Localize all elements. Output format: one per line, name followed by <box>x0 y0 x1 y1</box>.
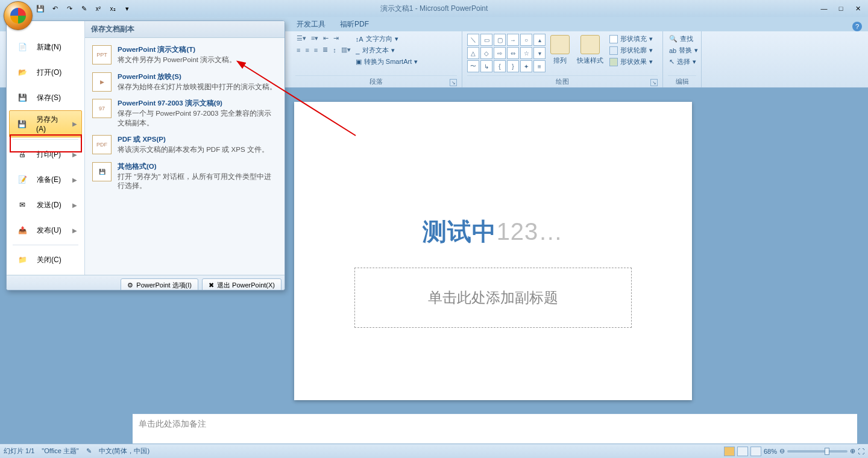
qat-subscript-icon[interactable]: x₂ <box>107 3 118 14</box>
shape-connector-icon[interactable]: ↳ <box>480 60 492 72</box>
close-button[interactable]: ✕ <box>850 3 866 14</box>
shape-arrow-icon[interactable]: → <box>507 34 519 46</box>
text-direction-button[interactable]: ↕A文字方向 ▾ <box>354 34 419 44</box>
powerpoint-options-button[interactable]: ⚙PowerPoint 选项(I) <box>121 278 198 290</box>
tab-devtools[interactable]: 开发工具 <box>289 17 333 31</box>
minimize-button[interactable]: — <box>816 3 832 14</box>
shape-effects-button[interactable]: 形状效果 ▾ <box>608 57 654 67</box>
notes-placeholder: 单击此处添加备注 <box>139 419 206 428</box>
status-language[interactable]: 中文(简体，中国) <box>99 447 149 456</box>
select-button[interactable]: ↖选择 ▾ <box>668 57 697 67</box>
decrease-indent-button[interactable]: ⇤ <box>322 34 330 43</box>
convert-smartart-button[interactable]: ▣转换为 SmartArt ▾ <box>354 57 419 67</box>
shape-double-arrow-icon[interactable]: ⇔ <box>507 47 519 59</box>
shape-effects-label: 形状效果 <box>620 57 647 66</box>
menu-close[interactable]: 📁关闭(C) <box>9 247 82 272</box>
shape-diamond-icon[interactable]: ◇ <box>480 47 492 59</box>
bullets-button[interactable]: ☰▾ <box>295 34 307 43</box>
align-center-button[interactable]: ≡ <box>304 45 310 54</box>
menu-publish[interactable]: 📤发布(U)▶ <box>9 218 82 243</box>
submenu-header: 保存文档副本 <box>85 21 285 38</box>
zoom-thumb[interactable] <box>825 448 829 455</box>
line-spacing-button[interactable]: ↕ <box>332 45 338 54</box>
exit-powerpoint-button[interactable]: ✖退出 PowerPoint(X) <box>202 278 281 290</box>
shape-brace2-icon[interactable]: } <box>507 60 519 72</box>
shape-fill-button[interactable]: 形状填充 ▾ <box>608 34 654 44</box>
group-paragraph-label: 段落 <box>370 78 383 85</box>
shape-oval-icon[interactable]: ○ <box>520 34 532 46</box>
qat-customize-icon[interactable]: ▾ <box>122 3 133 14</box>
columns-button[interactable]: ▥▾ <box>340 45 352 54</box>
shape-more-3[interactable]: ≡ <box>533 60 546 72</box>
office-button[interactable] <box>4 1 33 30</box>
shape-curve-icon[interactable]: 〜 <box>467 60 479 72</box>
qat-undo-icon[interactable]: ↶ <box>49 3 60 14</box>
qat-save-icon[interactable]: 💾 <box>35 3 46 14</box>
zoom-out-button[interactable]: ⊖ <box>779 447 785 455</box>
saveas-pdf[interactable]: PDF PDF 或 XPS(P)将该演示文稿的副本发布为 PDF 或 XPS 文… <box>90 131 280 158</box>
arrange-icon <box>550 35 570 54</box>
notes-pane[interactable]: 单击此处添加备注 <box>133 413 857 444</box>
normal-view-button[interactable] <box>724 447 735 456</box>
shape-fill-label: 形状填充 <box>620 34 647 43</box>
paragraph-dialog-launcher[interactable]: ↘ <box>450 79 457 86</box>
menu-send[interactable]: ✉发送(D)▶ <box>9 192 82 218</box>
replace-button[interactable]: ab替换 ▾ <box>668 45 699 55</box>
menu-print[interactable]: 🖨打印(P)▶ <box>9 142 82 167</box>
shape-arrowblock-icon[interactable]: ⇨ <box>494 47 506 59</box>
menu-new[interactable]: 📄新建(N) <box>9 34 82 60</box>
qat-redo-icon[interactable]: ↷ <box>64 3 75 14</box>
qat-superscript-icon[interactable]: x² <box>93 3 104 14</box>
saveas-ppsx[interactable]: ▶ PowerPoint 放映(S)保存为始终在幻灯片放映视图中打开的演示文稿。 <box>90 69 280 96</box>
save-as-icon: 💾 <box>14 116 30 133</box>
shape-brace-icon[interactable]: { <box>494 60 506 72</box>
zoom-level[interactable]: 68% <box>764 448 777 455</box>
arrange-button[interactable]: 排列 <box>548 34 572 66</box>
menu-prepare[interactable]: 📝准备(E)▶ <box>9 167 82 192</box>
status-bar: 幻灯片 1/1 "Office 主题" ✎ 中文(简体，中国) 68% ⊖ ⊕ … <box>0 444 868 458</box>
fit-to-window-button[interactable]: ⛶ <box>858 448 864 455</box>
find-button[interactable]: 🔍查找 <box>668 34 694 44</box>
spellcheck-status-icon[interactable]: ✎ <box>86 447 92 455</box>
shape-rect-icon[interactable]: ▭ <box>480 34 492 46</box>
justify-button[interactable]: ≣ <box>321 45 329 54</box>
drawing-dialog-launcher[interactable]: ↘ <box>650 79 658 86</box>
align-text-button[interactable]: ⎯对齐文本 ▾ <box>354 45 419 55</box>
slideshow-view-button[interactable] <box>750 447 761 456</box>
replace-label: 替换 <box>679 46 692 55</box>
align-left-button[interactable]: ≡ <box>295 45 301 54</box>
shape-outline-button[interactable]: 形状轮廓 ▾ <box>608 45 654 55</box>
zoom-slider[interactable] <box>787 450 848 453</box>
slide-title[interactable]: 测试中123… <box>294 215 692 248</box>
shape-roundrect-icon[interactable]: ▢ <box>494 34 506 46</box>
slide-subtitle-placeholder[interactable]: 单击此处添加副标题 <box>354 268 632 328</box>
maximize-button[interactable]: □ <box>833 3 849 14</box>
smartart-icon: ▣ <box>356 58 362 66</box>
chevron-right-icon: ▶ <box>72 121 77 127</box>
zoom-in-button[interactable]: ⊕ <box>850 447 855 455</box>
exit-icon: ✖ <box>209 281 214 289</box>
sorter-view-button[interactable] <box>737 447 748 456</box>
shape-star-icon[interactable]: ✦ <box>520 60 532 72</box>
menu-open-label: 打开(O) <box>37 67 61 78</box>
shape-more-1[interactable]: ▴ <box>533 34 546 46</box>
menu-save[interactable]: 💾保存(S) <box>9 85 82 110</box>
menu-open[interactable]: 📂打开(O) <box>9 60 82 85</box>
numbering-button[interactable]: ≡▾ <box>310 34 319 43</box>
increase-indent-button[interactable]: ⇥ <box>332 34 340 43</box>
slide[interactable]: 测试中123… 单击此处添加副标题 <box>294 102 692 400</box>
shape-triangle-icon[interactable]: △ <box>467 47 479 59</box>
saveas-ppt97[interactable]: 97 PowerPoint 97-2003 演示文稿(9)保存一个与 Power… <box>90 95 280 131</box>
shape-line-icon[interactable]: ＼ <box>467 34 479 46</box>
help-icon[interactable]: ? <box>852 22 862 31</box>
shape-callout-icon[interactable]: ☆ <box>520 47 532 59</box>
shape-more-2[interactable]: ▾ <box>533 47 546 59</box>
shapes-gallery[interactable]: ＼ ▭ ▢ → ○ ▴ △ ◇ ⇨ ⇔ ☆ ▾ 〜 ↳ { } ✦ ≡ <box>467 34 546 72</box>
quick-styles-button[interactable]: 快速样式 <box>574 34 606 66</box>
menu-save-as[interactable]: 💾另存为(A)▶ <box>9 110 82 137</box>
align-right-button[interactable]: ≡ <box>313 45 319 54</box>
saveas-other[interactable]: 💾 其他格式(O)打开 "另存为" 对话框，从所有可用文件类型中进行选择。 <box>90 158 280 195</box>
saveas-pptx[interactable]: PPT PowerPoint 演示文稿(T)将文件另存为 PowerPoint … <box>90 42 280 69</box>
qat-spellcheck-icon[interactable]: ✎ <box>78 3 89 14</box>
tab-foxit[interactable]: 福昕PDF <box>333 17 376 31</box>
